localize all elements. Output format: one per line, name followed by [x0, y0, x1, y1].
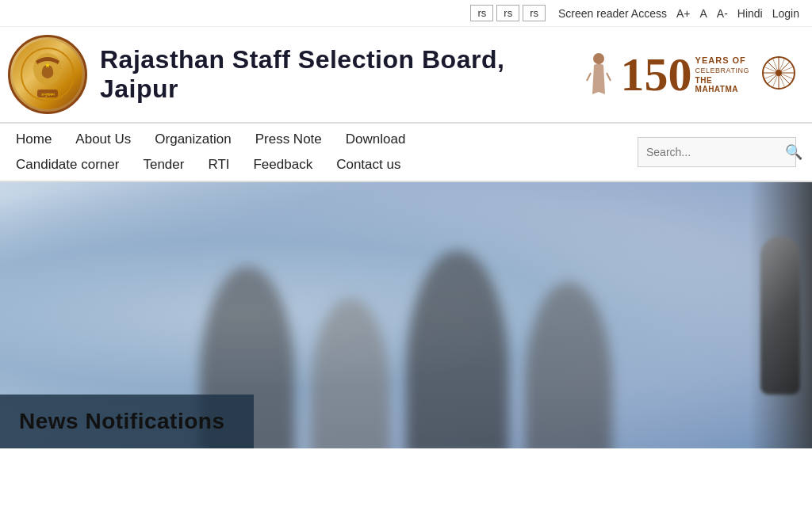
nav-press-note[interactable]: Press Note — [255, 132, 322, 147]
nav-feedback[interactable]: Feedback — [253, 157, 312, 173]
rs-box-3[interactable]: rs — [523, 5, 546, 21]
news-overlay: News Notifications — [0, 395, 254, 448]
news-notifications-title: News Notifications — [19, 409, 224, 433]
logo-emblem: अनुशासन — [20, 47, 75, 102]
nav-download[interactable]: Download — [346, 132, 406, 147]
nav-contact[interactable]: Contact us — [336, 157, 400, 173]
anniversary-badge: 150 YEARS OF CELEBRATING THE MAHATMA — [583, 51, 796, 98]
header-left: अनुशासन Rajasthan Staff Selection Board,… — [8, 35, 583, 114]
search-button[interactable]: 🔍 — [785, 143, 802, 161]
nav-organization[interactable]: Organization — [155, 132, 231, 147]
svg-line-7 — [607, 73, 611, 81]
hindi-link[interactable]: Hindi — [737, 7, 763, 20]
nav-home[interactable]: Home — [16, 132, 52, 147]
top-bar: rs rs rs Screen reader Access A+ A A- Hi… — [0, 0, 812, 27]
font-size-small[interactable]: A- — [717, 7, 728, 20]
nav-about[interactable]: About Us — [75, 132, 131, 147]
svg-point-5 — [593, 53, 604, 64]
site-title: Rajasthan Staff Selection Board, Jaipur — [100, 45, 583, 104]
years-label: YEARS OF — [695, 55, 755, 65]
nav-bar: Home About Us Organization Press Note Do… — [0, 122, 812, 182]
svg-text:अनुशासन: अनुशासन — [41, 92, 55, 97]
anniversary-number: 150 — [621, 51, 692, 98]
nav-candidate[interactable]: Candidate corner — [16, 157, 119, 173]
mahatma-label: THE MAHATMA — [695, 76, 755, 93]
figure-2 — [311, 298, 390, 448]
anniversary-text: YEARS OF CELEBRATING THE MAHATMA — [695, 55, 755, 93]
logo-inner: अनुशासन — [13, 40, 82, 109]
rs-box-2[interactable]: rs — [496, 5, 519, 21]
chakra-svg — [761, 55, 796, 90]
logo: अनुशासन — [8, 35, 87, 114]
nav-row-1: Home About Us Organization Press Note Do… — [16, 127, 405, 152]
rs-boxes: rs rs rs — [470, 5, 546, 21]
ashoka-chakra-icon — [761, 55, 796, 93]
svg-line-6 — [587, 73, 591, 81]
nav-row-2: Candidate corner Tender RTI Feedback Con… — [16, 152, 405, 177]
top-bar-links: Screen reader Access A+ A A- Hindi Login — [558, 7, 799, 20]
rs-box-1[interactable]: rs — [470, 5, 493, 21]
login-link[interactable]: Login — [772, 7, 799, 20]
nav-rti[interactable]: RTI — [208, 157, 229, 173]
screen-reader-link[interactable]: Screen reader Access — [558, 7, 667, 20]
font-size-large[interactable]: A+ — [676, 7, 691, 20]
search-input[interactable] — [646, 146, 785, 158]
celebrating-label: CELEBRATING — [695, 67, 755, 74]
microphone-element — [749, 182, 812, 448]
hero-banner: News Notifications — [0, 182, 812, 448]
figure-3 — [406, 250, 509, 448]
header: अनुशासन Rajasthan Staff Selection Board,… — [0, 27, 812, 122]
search-box[interactable]: 🔍 — [638, 137, 796, 167]
nav-tender[interactable]: Tender — [143, 157, 184, 173]
figure-4 — [525, 282, 612, 448]
font-size-normal[interactable]: A — [699, 7, 707, 20]
microphone-shape — [760, 236, 800, 395]
nav-links: Home About Us Organization Press Note Do… — [16, 124, 405, 181]
gandhi-silhouette-icon — [583, 51, 615, 98]
